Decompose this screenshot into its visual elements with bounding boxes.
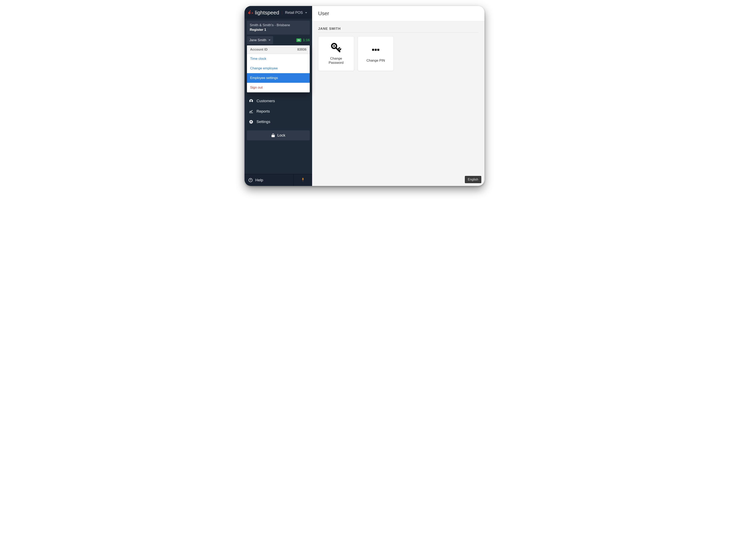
brand-row[interactable]: lightspeed Retail POS (245, 6, 312, 19)
menu-item-sign-out[interactable]: Sign out (247, 83, 310, 92)
chevron-down-icon (305, 12, 307, 14)
brand-word: lightspeed (255, 10, 279, 16)
tile-label: Change Password (329, 56, 344, 65)
user-circle-icon (249, 99, 253, 103)
lock-label: Lock (277, 133, 285, 138)
account-id-value: 83936 (297, 48, 307, 51)
chevron-down-icon (268, 39, 271, 41)
help-label: Help (255, 178, 263, 182)
svg-point-6 (333, 45, 335, 47)
user-menu-dropdown: Account ID 83936 Time clock Change emplo… (247, 45, 310, 92)
account-id-label: Account ID (250, 48, 268, 51)
sidebar-item-customers[interactable]: Customers (245, 96, 312, 106)
svg-rect-8 (375, 49, 377, 51)
account-id-row: Account ID 83936 (247, 45, 310, 54)
menu-item-employee-settings[interactable]: Employee settings (247, 73, 310, 83)
sidebar-item-reports[interactable]: Reports (245, 106, 312, 116)
gear-icon (249, 120, 253, 124)
help-icon: ? (249, 178, 253, 182)
pin-button[interactable] (294, 174, 312, 186)
pin-dots-icon (369, 44, 382, 56)
key-icon (330, 42, 343, 54)
sidebar-item-label: Reports (257, 109, 270, 114)
brand-product: Retail POS (285, 11, 303, 15)
clock-status-time: 1:16 (303, 38, 310, 42)
svg-text:?: ? (250, 179, 251, 182)
tile-change-password[interactable]: Change Password (318, 36, 354, 71)
flame-icon (248, 10, 253, 16)
register-label: Register 1 (250, 28, 307, 32)
svg-rect-7 (372, 49, 374, 51)
clock-status: IN 1:16 (296, 38, 310, 42)
sidebar-footer: ? Help (245, 174, 312, 186)
main: User JANE SMITH Change Password (312, 6, 484, 186)
pushpin-icon (301, 178, 305, 182)
svg-rect-2 (249, 113, 253, 113)
location-label: Smith & Smith's - Brisbane (250, 23, 307, 28)
brand-name: lightspeed (255, 10, 279, 16)
help-button[interactable]: ? Help (245, 174, 294, 186)
menu-item-label: Change employee (250, 66, 278, 70)
tile-row: Change Password Change PIN (318, 36, 478, 71)
language-selector[interactable]: English (465, 176, 481, 183)
app-window: lightspeed Retail POS Smith & Smith's - … (245, 6, 484, 186)
current-user-name: Jane Smith (249, 38, 266, 42)
user-row: Jane Smith IN 1:16 (247, 36, 310, 44)
main-body: JANE SMITH Change Password (312, 21, 484, 186)
sidebar-nav: Customers Reports Settings (245, 96, 312, 127)
menu-item-label: Sign out (250, 86, 263, 89)
menu-item-label: Time clock (250, 57, 266, 61)
menu-item-time-clock[interactable]: Time clock (247, 54, 310, 64)
chart-line-icon (249, 109, 253, 113)
sidebar-item-label: Settings (257, 120, 270, 124)
tile-label: Change PIN (366, 58, 385, 63)
svg-rect-9 (377, 49, 379, 51)
section-title: JANE SMITH (318, 27, 478, 33)
brand-separator (282, 11, 282, 15)
sidebar-item-label: Customers (257, 99, 275, 103)
sidebar-item-settings[interactable]: Settings (245, 117, 312, 127)
page-title: User (312, 6, 484, 21)
user-menu-trigger[interactable]: Jane Smith (247, 36, 273, 44)
svg-point-1 (251, 100, 252, 101)
language-label: English (468, 178, 478, 181)
clock-status-badge: IN (296, 38, 301, 42)
menu-item-change-employee[interactable]: Change employee (247, 64, 310, 73)
menu-item-label: Employee settings (250, 76, 278, 80)
lock-icon (271, 133, 275, 137)
lock-button[interactable]: Lock (247, 130, 310, 140)
tile-change-pin[interactable]: Change PIN (358, 36, 394, 71)
register-context-card[interactable]: Smith & Smith's - Brisbane Register 1 (247, 21, 310, 35)
sidebar: lightspeed Retail POS Smith & Smith's - … (245, 6, 312, 186)
